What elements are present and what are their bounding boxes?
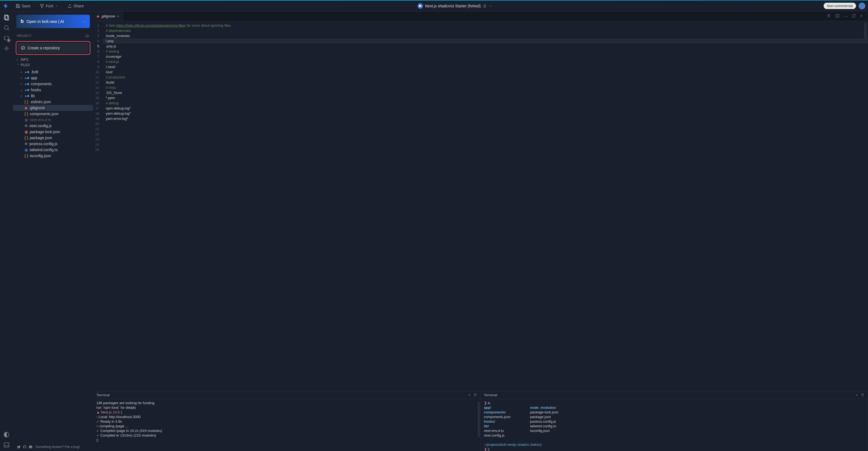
terminal-left-label: Terminal	[96, 393, 110, 397]
add-terminal-icon[interactable]: +	[468, 393, 471, 397]
folder-icon: ▸■	[25, 82, 29, 86]
svg-point-8	[6, 48, 7, 49]
create-repo-label: Create a repository	[28, 46, 60, 50]
file-item[interactable]: { }.eslintrc.json	[13, 99, 93, 105]
ports-icon[interactable]: 1	[3, 35, 10, 41]
info-section-header[interactable]: › INFO	[13, 57, 93, 62]
folder-name: .bolt	[31, 70, 38, 74]
folder-name: components	[31, 82, 52, 86]
minimap-scrollbar[interactable]	[864, 23, 867, 39]
panel-icon[interactable]	[3, 442, 10, 448]
folder-item[interactable]: ›▸■.bolt	[13, 69, 93, 75]
svg-point-0	[40, 4, 41, 5]
more-icon[interactable]: ⋯	[843, 13, 848, 19]
code-body[interactable]: # See https://help.github.com/articles/i…	[103, 21, 868, 391]
create-repository-button[interactable]: Create a repository	[18, 43, 88, 53]
lock-icon[interactable]	[483, 4, 487, 8]
file-item[interactable]: ✻postcss.config.js	[13, 141, 93, 147]
folder-icon: ▸■	[25, 88, 29, 92]
close-icon[interactable]: ×	[117, 14, 119, 19]
file-name: .gitignore	[29, 106, 45, 110]
files-section-header[interactable]: › FILES	[13, 62, 93, 68]
chevron-right-icon: ›	[21, 70, 23, 74]
fork-button[interactable]: Fork	[37, 3, 60, 9]
svg-rect-3	[484, 6, 486, 7]
file-item[interactable]: ✻next.config.js	[13, 123, 93, 129]
file-item[interactable]: { }components.json	[13, 111, 93, 117]
folder-icon: ▸■	[25, 94, 29, 98]
open-new-icon[interactable]	[852, 13, 856, 19]
info-label: INFO	[21, 58, 29, 62]
titlebar-center: ⬢ Next.js shadcn/ui Starter (forked)	[86, 3, 824, 9]
settings-icon[interactable]	[3, 45, 10, 52]
cloud-icon[interactable]	[85, 33, 89, 38]
user-avatar[interactable]	[859, 3, 865, 9]
file-name: package.json	[30, 136, 52, 140]
terminal-right-body[interactable]: ❯ lsapp/node_modules/components/package-…	[481, 399, 868, 451]
split-editor-icon[interactable]	[835, 13, 840, 19]
file-tree: ›▸■.bolt›▸■app›▸■components›▸■hooks›▸■li…	[13, 68, 93, 160]
file-item[interactable]: { }tsconfig.json	[13, 153, 93, 159]
theme-icon[interactable]	[3, 431, 10, 438]
editor-area: ◆ .gitignore × ⋯ 12345678910111213141516…	[93, 11, 868, 451]
file-item[interactable]: ▣next-env.d.ts	[13, 117, 93, 123]
add-terminal-icon[interactable]: +	[856, 393, 858, 397]
prettier-icon[interactable]	[827, 13, 832, 19]
github-footer-icon[interactable]	[23, 445, 27, 449]
file-item[interactable]: { }package.json	[13, 135, 93, 141]
svg-point-6	[4, 26, 8, 29]
file-bug-link[interactable]: Something broken? File a bug!	[35, 445, 80, 449]
file-name: next-env.d.ts	[30, 118, 51, 122]
terminal-left-body[interactable]: 146 packages are looking for funding run…	[93, 399, 480, 451]
folder-item[interactable]: ›▸■hooks	[13, 87, 93, 93]
chevron-right-icon: ›	[21, 88, 23, 92]
fork-icon	[40, 4, 44, 8]
tab-gitignore[interactable]: ◆ .gitignore ×	[93, 11, 123, 21]
sidebar-footer: Something broken? File a bug!	[13, 443, 93, 451]
chevron-down-icon: ›	[16, 64, 20, 66]
terminal-scrollbar[interactable]	[478, 402, 480, 437]
delete-terminal-icon[interactable]	[473, 393, 477, 397]
terminal-right-header: Terminal +	[481, 391, 868, 399]
open-in-bolt-banner[interactable]: b Open in bolt.new | AI →	[16, 15, 90, 28]
share-label: Share	[73, 4, 84, 8]
save-icon	[16, 4, 20, 8]
svg-rect-10	[4, 443, 9, 447]
git-icon: ◆	[96, 14, 99, 18]
file-name: next.config.js	[29, 124, 52, 128]
chevron-down-icon	[55, 4, 58, 8]
project-header: PROJECT	[13, 31, 93, 40]
project-title[interactable]: Next.js shadcn/ui Starter (forked)	[425, 4, 481, 8]
chevron-right-icon: ›	[21, 82, 23, 86]
file-item[interactable]: ◆.gitignore	[13, 105, 93, 111]
bolt-logo-icon[interactable]	[3, 3, 9, 9]
file-item[interactable]: ▣tailwind.config.ts	[13, 147, 93, 153]
folder-name: lib	[31, 94, 35, 98]
arrow-right-icon: →	[82, 19, 86, 24]
save-button[interactable]: Save	[13, 3, 33, 9]
delete-terminal-icon[interactable]	[861, 393, 864, 397]
folder-item[interactable]: ›▸■components	[13, 81, 93, 87]
license-badge[interactable]: Non-commercial	[824, 3, 856, 9]
svg-line-7	[8, 29, 9, 30]
chevron-down-icon[interactable]	[489, 4, 492, 8]
file-name: tailwind.config.ts	[30, 148, 58, 152]
discord-icon[interactable]	[29, 445, 33, 449]
editor-content[interactable]: 1234567891011121314151617181920212223242…	[93, 21, 868, 391]
terminal-right-label: Terminal	[484, 393, 497, 397]
create-repo-highlight: Create a repository	[16, 41, 90, 55]
sidebar: b Open in bolt.new | AI → PROJECT Create…	[13, 11, 93, 451]
folder-item[interactable]: ›▸■app	[13, 75, 93, 81]
twitter-icon[interactable]	[17, 445, 21, 449]
search-icon[interactable]	[3, 25, 10, 31]
save-label: Save	[22, 4, 30, 8]
ports-badge: 1	[7, 38, 11, 42]
file-name: postcss.config.js	[29, 142, 57, 146]
file-item[interactable]: ▣package-lock.json	[13, 129, 93, 135]
fork-label: Fork	[46, 4, 53, 8]
collapse-icon[interactable]	[860, 13, 864, 19]
file-name: tsconfig.json	[30, 154, 51, 158]
share-button[interactable]: Share	[65, 3, 86, 9]
explorer-icon[interactable]	[3, 14, 10, 21]
folder-item[interactable]: ›▸■lib	[13, 93, 93, 99]
